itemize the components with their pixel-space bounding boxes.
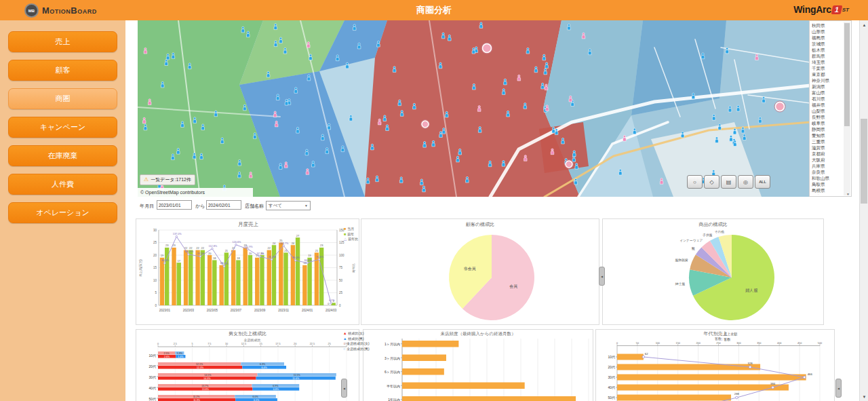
svg-text:20代: 20代: [608, 365, 615, 369]
svg-text:服飾雑貨: 服飾雑貨: [675, 258, 688, 263]
svg-text:1.4%: 1.4%: [178, 356, 184, 358]
svg-text:2024/03: 2024/03: [326, 309, 337, 312]
prefecture-item[interactable]: 長野県: [812, 114, 842, 120]
sidebar-item-在庫廃棄[interactable]: 在庫廃棄: [8, 145, 117, 166]
select-all-tool[interactable]: ALL: [755, 175, 770, 189]
svg-text:22: 22: [201, 246, 205, 250]
prefecture-item[interactable]: 山形県: [812, 28, 842, 35]
panel-splitter[interactable]: ◀: [599, 267, 605, 286]
wingarc-logo: WingArc 1 ST: [793, 4, 849, 15]
date-to-input[interactable]: [206, 200, 241, 210]
store-select[interactable]: すべて ▼: [266, 201, 311, 210]
prefecture-item[interactable]: 埼玉県: [812, 59, 842, 65]
svg-text:120.6%: 120.6%: [233, 241, 242, 244]
prefecture-list: 秋田県山形県福島県茨城県栃木県群馬県埼玉県千葉県東京都神奈川県新潟県富山県石川県…: [812, 22, 842, 195]
panel-customer-mix: 顧客の構成比会員非会員: [361, 218, 599, 325]
prefecture-item[interactable]: 茨城県: [812, 41, 842, 47]
sidebar-item-オペレーション[interactable]: オペレーション: [8, 202, 117, 223]
prefecture-legend-panel: 秋田県山形県福島県茨城県栃木県群馬県埼玉県千葉県東京都神奈川県新潟県富山県石川県…: [809, 20, 852, 197]
svg-text:18: 18: [213, 256, 216, 260]
svg-text:男女別売上構成比: 男女別売上構成比: [229, 331, 267, 337]
trade-area-map[interactable]: [138, 20, 810, 197]
app-window: MB MotionBoard 商圏分析 WingArc 1 ST 売上顧客商圏キ…: [0, 0, 868, 401]
svg-text:6.8%: 6.8%: [273, 388, 279, 391]
product-mix-pie-chart[interactable]: 商品の構成比婦人服紳士服服飾雑貨靴インナーウェア子供服その他: [603, 219, 823, 324]
svg-text:売上高(百万): 売上高(百万): [138, 259, 142, 277]
page-title: 商圏分析: [0, 4, 868, 16]
prefecture-item[interactable]: 東京都: [812, 71, 842, 77]
svg-text:97.3%: 97.3%: [257, 252, 264, 255]
prefecture-item[interactable]: 滋賀県: [812, 145, 842, 151]
svg-text:91.6%: 91.6%: [316, 256, 323, 259]
svg-text:4.2%: 4.2%: [329, 299, 335, 302]
panel-age-sales: 年代別売上客数05010015020025030035040045050010代…: [595, 329, 835, 401]
scroll-up-icon[interactable]: ▲: [860, 20, 868, 29]
prefecture-item[interactable]: 千葉県: [812, 65, 842, 71]
map-canvas[interactable]: [138, 20, 810, 197]
sidebar-item-顧客[interactable]: 顧客: [8, 60, 117, 81]
age-sales-legend: ○売上金額□客数: [720, 332, 737, 342]
prefecture-item[interactable]: 奈良県: [812, 169, 842, 175]
prefecture-item[interactable]: 岡山県: [812, 193, 842, 195]
prefecture-item[interactable]: 鳥取県: [812, 181, 842, 187]
legend-item: ■当月: [344, 227, 358, 232]
prefecture-item[interactable]: 山梨県: [812, 108, 842, 114]
page-scrollbar[interactable]: ▲ ▼: [859, 20, 868, 401]
svg-text:2023/05: 2023/05: [207, 309, 218, 312]
svg-text:2023/11: 2023/11: [278, 309, 289, 312]
svg-text:21: 21: [315, 249, 319, 252]
legend-item: △前年比: [344, 237, 358, 242]
store-select-value: すべて: [269, 203, 282, 209]
sidebar-item-キャンペーン[interactable]: キャンペーン: [8, 117, 117, 138]
customer-mix-pie-chart[interactable]: 顧客の構成比会員非会員: [361, 219, 599, 324]
sidebar-item-売上[interactable]: 売上: [8, 31, 117, 52]
sidebar-item-商圏[interactable]: 商圏: [8, 88, 117, 109]
svg-text:40代: 40代: [149, 386, 156, 390]
panel-splitter[interactable]: ◀: [835, 379, 842, 398]
prefecture-item[interactable]: 和歌山県: [812, 175, 842, 181]
svg-text:14.3%: 14.3%: [203, 377, 211, 380]
monthly-sales-chart[interactable]: 月度売上051015202530025507510012515019232023…: [136, 219, 359, 324]
prefecture-item[interactable]: 福島県: [812, 35, 842, 41]
prefecture-scrollbar[interactable]: [844, 22, 850, 195]
visit-frequency-chart[interactable]: 来店頻度（最終購入からの経過月数）1ヶ月以内3ヶ月以内6ヶ月以内半年以内1年以内: [363, 330, 593, 401]
prefecture-item[interactable]: 神奈川県: [812, 77, 842, 83]
prefecture-item[interactable]: 栃木県: [812, 47, 842, 53]
prefecture-item[interactable]: 静岡県: [812, 126, 842, 132]
svg-text:30代: 30代: [608, 375, 615, 379]
gender-mix-chart[interactable]: 男女別売上構成比全店構成比02.557.51012.51517.52022.52…: [136, 330, 359, 401]
prefecture-item[interactable]: 福井県: [812, 102, 842, 108]
prefecture-item[interactable]: 愛知県: [812, 132, 842, 138]
prefecture-item[interactable]: 大阪府: [812, 157, 842, 163]
prefecture-item[interactable]: 新潟県: [812, 83, 842, 90]
svg-text:半年以内: 半年以内: [387, 384, 400, 388]
prefecture-item[interactable]: 富山県: [812, 90, 842, 96]
prefecture-item[interactable]: 兵庫県: [812, 163, 842, 169]
prefecture-scroll-down-icon[interactable]: ▼: [846, 192, 850, 196]
prefecture-item[interactable]: 群馬県: [812, 53, 842, 59]
prefecture-item[interactable]: 岐阜県: [812, 120, 842, 126]
svg-text:6.1%: 6.1%: [254, 399, 260, 401]
band-select-tool[interactable]: ▤: [721, 175, 736, 189]
prefecture-item[interactable]: 島根県: [812, 187, 842, 193]
date-from-input[interactable]: [157, 200, 192, 210]
scroll-down-icon[interactable]: ▼: [860, 392, 868, 401]
prefecture-item[interactable]: 京都府: [812, 151, 842, 157]
prefecture-item[interactable]: 三重県: [812, 138, 842, 145]
circle-select-tool[interactable]: ○: [687, 175, 703, 189]
wingarc-st-text: ST: [842, 7, 849, 13]
panel-splitter[interactable]: ◀: [341, 379, 347, 398]
prefecture-item[interactable]: 秋田県: [812, 22, 842, 28]
svg-text:6.3%: 6.3%: [260, 363, 266, 366]
svg-text:子供服: 子供服: [703, 233, 713, 237]
polygon-select-tool[interactable]: ◇: [704, 175, 719, 189]
svg-text:1ヶ月以内: 1ヶ月以内: [384, 342, 400, 347]
page-scrollbar-thumb[interactable]: [861, 119, 867, 204]
age-sales-chart[interactable]: 年代別売上客数05010015020025030035040045050010代…: [596, 330, 834, 401]
prefecture-scrollbar-thumb[interactable]: [844, 23, 850, 126]
ellipse-select-tool[interactable]: ◎: [738, 175, 753, 189]
sidebar-item-人件費[interactable]: 人件費: [8, 174, 117, 195]
svg-text:17.5: 17.5: [275, 343, 280, 345]
svg-text:0: 0: [157, 343, 159, 345]
prefecture-item[interactable]: 石川県: [812, 96, 842, 102]
